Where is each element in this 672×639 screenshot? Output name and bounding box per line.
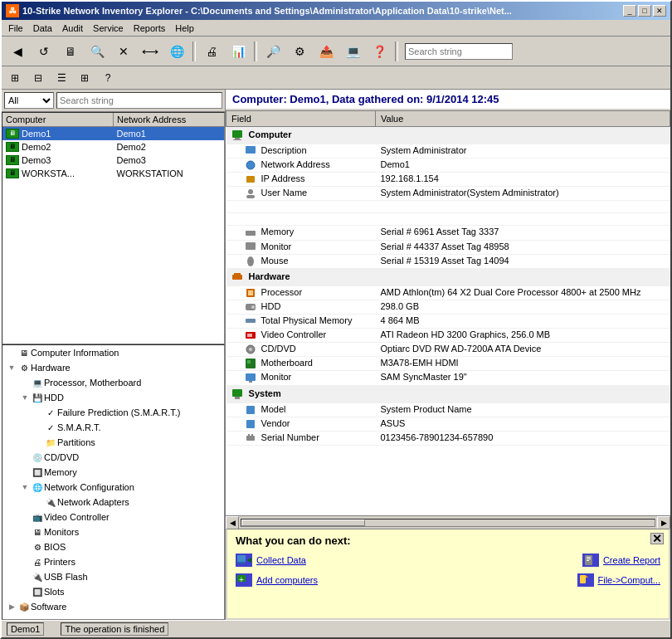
value-description: System Administrator (376, 144, 670, 159)
value-total-memory: 4 864 MB (376, 315, 670, 329)
close-button[interactable]: ✕ (653, 5, 666, 17)
list-item[interactable]: 🖥 WORKSTA... WORKSTATION (2, 167, 224, 180)
table-row: Description System Administrator (226, 144, 670, 159)
toolbar-network[interactable]: 🌐 (164, 40, 189, 63)
tree-item-partitions[interactable]: 📁 Partitions (2, 435, 224, 450)
app-icon: 🖧 (6, 4, 19, 17)
tb2-expand[interactable]: ⊞ (5, 69, 25, 87)
tree-item-monitors[interactable]: 🖥 Monitors (2, 524, 224, 539)
toolbar-search-input[interactable] (405, 43, 513, 60)
tb2-help[interactable]: ? (98, 69, 118, 87)
collect-data-label: Collect Data (256, 555, 306, 565)
tree-item-computer-info[interactable]: 🖥 Computer Information (2, 345, 224, 360)
add-computers-link[interactable]: + Add computers (236, 573, 440, 587)
expand-icon: ▼ (6, 363, 17, 372)
tree-item-processor[interactable]: 💻 Processor, Motherboard (2, 375, 224, 390)
toolbar-back[interactable]: ◀ (5, 40, 30, 63)
toolbar-remote[interactable]: 💻 (340, 40, 365, 63)
tree-item-smart[interactable]: ✓ S.M.A.R.T. (2, 420, 224, 435)
menu-data[interactable]: Data (28, 22, 57, 35)
tree-item-usb[interactable]: 🔌 USB Flash (2, 569, 224, 584)
data-table-container[interactable]: Field Value Computer (226, 110, 670, 515)
table-row: CD/DVD Optiarc DVD RW AD-7200A ATA Devic… (226, 343, 670, 357)
value-network-address: Demo1 (376, 159, 670, 173)
toolbar-delete[interactable]: ✕ (111, 40, 136, 63)
menu-file[interactable]: File (3, 22, 28, 35)
toolbar-refresh[interactable]: ↺ (32, 40, 56, 63)
list-item[interactable]: 🖥 Demo1 Demo1 (2, 127, 224, 140)
tree-item-bios[interactable]: ⚙ BIOS (2, 539, 224, 554)
field-motherboard: Motherboard (226, 357, 376, 371)
horizontal-scrollbar[interactable]: ◀ ▶ (226, 515, 670, 529)
tree-adapter-icon: 🔌 (44, 495, 57, 509)
toolbar-print[interactable]: 🖨 (199, 40, 224, 63)
tree-item-network-config[interactable]: ▼ 🌐 Network Configuration (2, 480, 224, 495)
right-panel: Computer: Demo1, Data gathered on: 9/1/2… (226, 90, 670, 620)
tree-item-printers[interactable]: 🖨 Printers (2, 554, 224, 569)
tree-label: Memory (44, 467, 77, 477)
toolbar-computer[interactable]: 🖥 (58, 40, 83, 63)
toolbar-find[interactable]: 🔎 (261, 40, 285, 63)
tb2-collapse[interactable]: ⊟ (28, 69, 48, 87)
menu-audit[interactable]: Audit (57, 22, 88, 35)
expand-icon: ▶ (6, 602, 17, 611)
scroll-track[interactable] (241, 519, 655, 527)
tree-hdd-icon: 💾 (31, 391, 44, 404)
expand-icon (19, 453, 31, 461)
svg-point-21 (249, 348, 252, 351)
collect-data-link[interactable]: Collect Data (236, 554, 440, 567)
expand-icon: ▼ (19, 483, 31, 491)
menu-service[interactable]: Service (88, 22, 129, 35)
left-search-bar: All (2, 90, 225, 112)
list-item[interactable]: 🖥 Demo3 Demo3 (2, 154, 224, 167)
expand-icon (19, 513, 31, 521)
tree-item-adapters[interactable]: 🔌 Network Adapters (2, 495, 224, 510)
file-computer-link[interactable]: File->Comput... (577, 573, 661, 587)
tree-memory-icon: 🔲 (31, 466, 44, 479)
title-bar-buttons: _ □ ✕ (623, 5, 666, 17)
tree-item-hardware[interactable]: ▼ ⚙ Hardware (2, 360, 224, 375)
field-total-memory: Total Physical Memory (226, 315, 376, 329)
scroll-right-btn[interactable]: ▶ (657, 516, 670, 529)
field-memory: Memory (226, 226, 376, 240)
maximize-button[interactable]: □ (638, 5, 651, 17)
tree-item-hdd[interactable]: ▼ 💾 HDD (2, 390, 224, 405)
bottom-close-button[interactable]: ✕ (650, 533, 664, 544)
menu-reports[interactable]: Reports (129, 22, 171, 35)
tb2-view1[interactable]: ☰ (51, 69, 71, 87)
tree-item-slots[interactable]: 🔲 Slots (2, 584, 224, 599)
list-item[interactable]: 🖥 Demo2 Demo2 (2, 140, 224, 154)
col-computer[interactable]: Computer (2, 113, 114, 126)
tree-item-memory[interactable]: 🔲 Memory (2, 465, 224, 480)
filter-select[interactable]: All (4, 92, 54, 109)
svg-rect-33 (237, 555, 246, 562)
toolbar-connect[interactable]: ⟷ (138, 40, 163, 63)
tree-item-smart-failure[interactable]: ✓ Failure Prediction (S.M.A.R.T.) (2, 405, 224, 420)
section-system: System (226, 385, 670, 402)
toolbar-scan[interactable]: 🔍 (85, 40, 110, 63)
toolbar-help2[interactable]: ❓ (367, 40, 392, 63)
field-hdd: HDD (226, 300, 376, 314)
col-network[interactable]: Network Address (114, 113, 224, 126)
tb2-view2[interactable]: ⊞ (75, 69, 95, 87)
left-search-input[interactable] (56, 92, 222, 109)
tree-usb-icon: 🔌 (31, 570, 44, 583)
toolbar-sep1 (192, 41, 196, 61)
menu-help[interactable]: Help (170, 22, 199, 35)
minimize-button[interactable]: _ (623, 5, 636, 17)
toolbar-chart[interactable]: 📊 (226, 40, 251, 63)
scroll-left-btn[interactable]: ◀ (226, 516, 239, 529)
toolbar-filter[interactable]: ⚙ (287, 40, 312, 63)
tree-item-cd[interactable]: 💿 CD/DVD (2, 450, 224, 465)
value-hdd: 298.0 GB (376, 300, 670, 314)
toolbar-sep2 (254, 41, 257, 61)
computer-icon: 🖥 (6, 142, 19, 152)
toolbar-export[interactable]: 📤 (314, 40, 338, 63)
create-report-link[interactable]: Create Report (582, 554, 660, 567)
tree-label: Slots (44, 587, 64, 597)
tree-item-software[interactable]: ▶ 📦 Software (2, 599, 224, 614)
tree-item-video[interactable]: 📺 Video Controller (2, 510, 224, 524)
scroll-thumb[interactable] (241, 519, 365, 526)
data-table: Field Value Computer (226, 110, 670, 446)
field-username: User Name (226, 187, 376, 201)
